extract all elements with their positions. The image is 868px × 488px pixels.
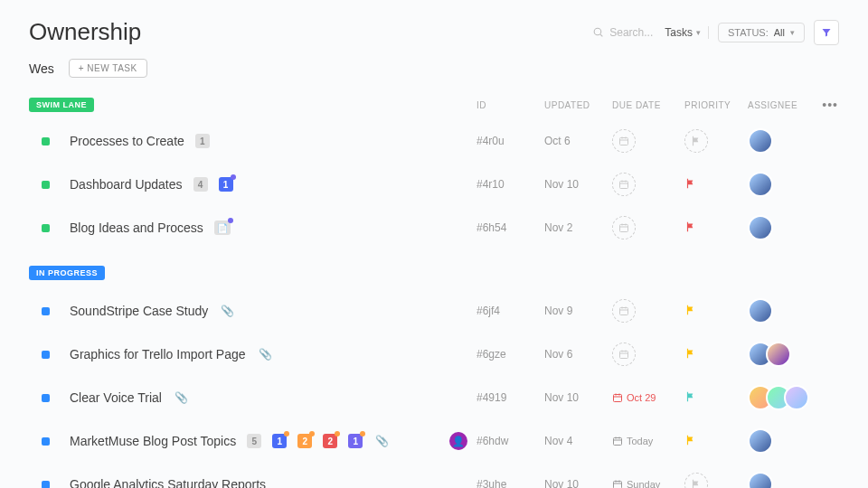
assignee-stack[interactable] (748, 472, 820, 488)
task-updated: Nov 2 (544, 221, 612, 234)
task-updated: Nov 10 (544, 178, 612, 191)
task-badge: 4 (193, 177, 208, 192)
avatar[interactable] (766, 342, 791, 367)
status-filter[interactable]: STATUS: All ▾ (718, 23, 805, 42)
svg-rect-22 (614, 395, 622, 402)
attachment-icon: 📎 (175, 391, 188, 404)
task-id: #4919 (476, 391, 544, 404)
avatar[interactable] (748, 172, 773, 197)
priority-flag[interactable] (684, 348, 697, 362)
status-square[interactable] (42, 394, 50, 402)
col-id[interactable]: ID (476, 100, 544, 110)
task-row[interactable]: MarketMuse Blog Post Topics 51221📎👤 #6hd… (0, 419, 868, 463)
priority-flag[interactable] (684, 435, 697, 449)
task-title[interactable]: Graphics for Trello Import Page (70, 347, 246, 361)
assignee-stack[interactable] (748, 215, 820, 240)
filter-button[interactable] (814, 20, 839, 45)
due-date[interactable]: Today (612, 436, 684, 446)
lane-label[interactable]: SWIM LANE (29, 98, 94, 112)
column-headers: SWIM LANE ID UPDATED DUE DATE PRIORITY A… (0, 90, 868, 119)
task-id: #6h54 (476, 221, 544, 234)
lane-label[interactable]: IN PROGRESS (29, 266, 105, 280)
status-square[interactable] (42, 137, 50, 145)
task-badge: 2 (323, 434, 337, 448)
task-row[interactable]: Graphics for Trello Import Page 📎 #6gze … (0, 333, 868, 376)
task-id: #6hdw (476, 435, 544, 447)
svg-rect-2 (620, 138, 628, 145)
attachment-icon: 📎 (375, 435, 389, 447)
assignee-stack[interactable] (748, 128, 820, 154)
search-wrap[interactable]: Tasks ▾ (592, 26, 709, 39)
task-updated: Nov 10 (544, 391, 612, 404)
priority-empty[interactable] (684, 473, 708, 488)
assignee-stack[interactable] (748, 298, 820, 324)
task-updated: Oct 6 (544, 135, 612, 147)
task-row[interactable]: Processes to Create 1 #4r0u Oct 6 (0, 119, 868, 163)
svg-rect-6 (620, 182, 628, 189)
due-date-empty[interactable] (612, 343, 636, 366)
due-date[interactable]: Sunday (612, 479, 684, 488)
assignee-stack[interactable] (748, 428, 820, 454)
priority-flag[interactable] (684, 178, 697, 192)
status-square[interactable] (42, 307, 50, 315)
owner-name: Wes (29, 61, 54, 76)
priority-flag[interactable] (684, 305, 697, 319)
col-due[interactable]: DUE DATE (612, 100, 684, 110)
task-row[interactable]: SoundStripe Case Study 📎 #6jf4 Nov 9 (0, 289, 868, 333)
due-date[interactable]: Oct 29 (612, 392, 684, 403)
new-task-button[interactable]: + NEW TASK (69, 59, 147, 78)
avatar[interactable] (748, 215, 773, 240)
avatar[interactable] (748, 298, 773, 324)
chevron-down-icon: ▾ (790, 28, 795, 37)
assignee-stack[interactable] (748, 172, 820, 197)
avatar[interactable] (748, 428, 773, 454)
col-assignee[interactable]: ASSIGNEE (748, 100, 820, 110)
task-title[interactable]: Clear Voice Trial (70, 390, 162, 405)
status-square[interactable] (42, 224, 50, 232)
due-date-empty[interactable] (612, 173, 636, 196)
svg-line-1 (600, 34, 602, 36)
task-title[interactable]: MarketMuse Blog Post Topics (70, 434, 236, 448)
task-updated: Nov 10 (544, 478, 612, 488)
status-square[interactable] (42, 181, 50, 189)
avatar[interactable] (748, 472, 773, 488)
svg-rect-26 (614, 438, 622, 446)
avatar[interactable] (784, 385, 809, 410)
task-badge: 2 (297, 434, 312, 448)
due-date-empty[interactable] (612, 129, 636, 153)
due-date-empty[interactable] (612, 216, 636, 239)
task-badge: 1 (272, 434, 287, 448)
search-input[interactable] (609, 26, 659, 39)
task-row[interactable]: Google Analytics Saturday Reports #3uhe … (0, 463, 868, 488)
task-row[interactable]: Dashboard Updates 41 #4r10 Nov 10 (0, 163, 868, 206)
svg-rect-10 (620, 225, 628, 232)
task-badge: 1 (195, 134, 210, 148)
tasks-dropdown[interactable]: Tasks ▾ (665, 26, 701, 39)
task-title[interactable]: Processes to Create (70, 134, 184, 148)
assignee-stack[interactable] (748, 342, 820, 367)
task-badge: 1 (219, 177, 233, 192)
col-updated[interactable]: UPDATED (544, 100, 612, 110)
user-bubble-icon[interactable]: 👤 (449, 432, 467, 450)
attachment-icon: 📎 (259, 348, 272, 361)
priority-empty[interactable] (684, 129, 708, 153)
status-square[interactable] (42, 437, 50, 446)
assignee-stack[interactable] (748, 385, 820, 410)
due-date-empty[interactable] (612, 299, 636, 323)
chevron-down-icon: ▾ (696, 28, 701, 37)
priority-flag[interactable] (684, 221, 697, 236)
col-priority[interactable]: PRIORITY (684, 100, 748, 110)
status-square[interactable] (42, 481, 50, 489)
task-row[interactable]: Clear Voice Trial 📎 #4919 Nov 10 Oct 29 (0, 376, 868, 419)
task-title[interactable]: Google Analytics Saturday Reports (70, 477, 266, 488)
task-row[interactable]: Blog Ideas and Process 📄 #6h54 Nov 2 (0, 206, 868, 249)
task-title[interactable]: Dashboard Updates (70, 177, 183, 192)
status-square[interactable] (42, 351, 50, 359)
svg-rect-14 (620, 308, 628, 315)
priority-flag[interactable] (684, 391, 697, 406)
more-icon[interactable]: ••• (822, 98, 838, 112)
avatar[interactable] (748, 128, 773, 154)
task-title[interactable]: Blog Ideas and Process (70, 221, 203, 235)
task-title[interactable]: SoundStripe Case Study (70, 304, 208, 318)
task-updated: Nov 4 (544, 435, 612, 447)
